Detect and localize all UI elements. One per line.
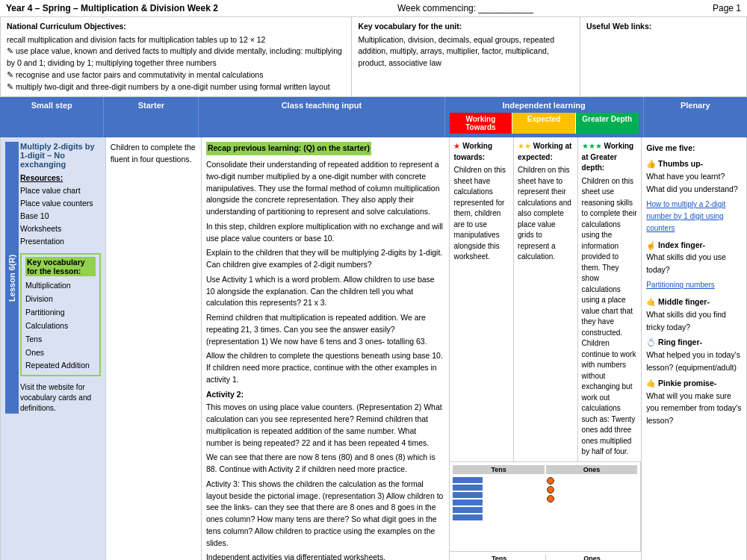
ones-header: Ones	[546, 465, 637, 474]
class-para-7: Allow the children to complete the quest…	[206, 350, 445, 385]
greater-cell: ★★★ Working at Greater depth: Children o…	[578, 137, 642, 461]
middle-text: What skills did you find tricky today?	[646, 310, 726, 332]
class-para-11: Independent activities via differentiate…	[206, 552, 445, 560]
main-content: Lesson 6(R) Multiply 2-digits by 1-digit…	[0, 137, 747, 560]
plenary-link-1[interactable]: How to multiply a 2-digit number by 1 di…	[646, 199, 742, 234]
thumbs-label: Thumbs up-	[658, 159, 703, 168]
plenary-item-5: 🤙 Pinkie promise- What will you make sur…	[646, 377, 742, 427]
ones-circle-2	[547, 486, 554, 494]
visit-text: Visit the website for vocabulary cards a…	[20, 382, 101, 414]
web-links-label: Useful Web links:	[586, 21, 740, 32]
tens-bar-4	[453, 500, 483, 505]
middle-label: Middle finger-	[658, 297, 710, 306]
class-activity2: Activity 2:	[206, 389, 445, 401]
working-text: Children on this sheet have calculations…	[453, 165, 509, 263]
key-vocab-label: Key vocabulary for the lesson:	[25, 257, 96, 276]
vocab-list: MultiplicationDivisionPartitioningCalcul…	[25, 279, 96, 373]
resource-3: Base 10	[20, 210, 101, 223]
tens-ones-content	[453, 477, 637, 520]
header-title: Year 4 – Spring – Multiplication & Divis…	[6, 3, 218, 13]
tens-bar-2	[453, 485, 483, 491]
ring-emoji: 💍	[646, 337, 658, 346]
tens-bar-3	[453, 492, 483, 498]
independent-column: ★ Working towards: Children on this shee…	[450, 137, 642, 560]
class-teaching-column: Recap previous learning: (Q) on the star…	[202, 137, 450, 560]
header-class: Class teaching input	[199, 97, 444, 137]
nc-line-2: ✎ use place value, known and derived fac…	[7, 46, 345, 69]
ring-text: What helped you in today's lesson? (equi…	[646, 350, 740, 372]
tens-column	[453, 477, 543, 520]
class-para-3: Explain to the children that they will b…	[206, 247, 445, 271]
plenary-item-2: ☝️ Index finger- What skills did you use…	[646, 239, 742, 276]
ones-column	[547, 477, 637, 520]
info-row: National Curriculum Objectives: recall m…	[0, 17, 747, 97]
expected-cell: ★★ Working at expected: Children on this…	[514, 137, 578, 461]
header-independent: Independent learning Working Towards Exp…	[445, 97, 644, 137]
working-towards-cell: ★ Working towards: Children on this shee…	[450, 137, 514, 461]
index-label: Index finger-	[658, 240, 705, 249]
pinkie-text: What will you make sure you remember fro…	[646, 391, 741, 426]
expected-text: Children on this sheet have to represent…	[518, 165, 574, 263]
nc-line-1: recall multiplication and division facts…	[7, 34, 345, 46]
lesson-badge: Lesson 6(R)	[5, 142, 19, 414]
starter-column: Children to complete the fluent in four …	[106, 137, 202, 560]
national-curriculum-label: National Curriculum Objectives:	[7, 21, 345, 32]
nc-line-3: ✎ recognise and use factor pairs and com…	[7, 69, 345, 81]
recap-label: Recap previous learning: (Q) on the star…	[206, 142, 371, 155]
middle-emoji: 🤙	[646, 297, 658, 306]
thumbs-emoji: 👍	[646, 159, 658, 168]
key-vocab-box: Key vocabulary for the lesson: Multiplic…	[20, 253, 101, 376]
class-para-10: Activity 3: This shows the children the …	[206, 479, 445, 550]
page-header: Year 4 – Spring – Multiplication & Divis…	[0, 0, 747, 17]
tens-label-r2: Tens	[453, 555, 545, 560]
index-text: What skills did you use today?	[646, 252, 726, 274]
image-row-1: Tens Ones	[450, 462, 641, 552]
key-vocab-cell: Key vocabulary for the unit: Multiplicat…	[352, 17, 580, 96]
tens-bar-1	[453, 477, 483, 483]
header-small-step: Small step	[0, 97, 104, 137]
resource-4: Worksheets	[20, 223, 101, 235]
index-emoji: ☝️	[646, 240, 658, 249]
tens-ones-row2: Tens Ones	[450, 552, 641, 560]
independent-images: Tens Ones	[450, 462, 641, 560]
plenary-item-3: 🤙 Middle finger- What skills did you fin…	[646, 296, 742, 333]
key-vocab-unit-label: Key vocabulary for the unit:	[358, 21, 574, 32]
pinkie-emoji: 🤙	[646, 379, 658, 388]
ring-label: Ring finger-	[658, 337, 702, 346]
class-para-1: Consolidate their understanding of repea…	[206, 159, 445, 218]
independent-top: ★ Working towards: Children on this shee…	[450, 137, 641, 462]
plenary-column: Give me five: 👍 Thumbs up- What have you…	[642, 137, 746, 560]
class-para-2: In this step, children explore multiplic…	[206, 221, 445, 245]
ones-circle-1	[547, 477, 554, 485]
subheader-greater: Greater Depth	[576, 113, 639, 134]
subheader-working: Working Towards	[450, 113, 513, 134]
ones-circle-3	[547, 495, 554, 503]
tens-header: Tens	[453, 465, 544, 474]
small-step-column: Lesson 6(R) Multiply 2-digits by 1-digit…	[1, 137, 106, 560]
thumbs-text: What have you learnt? What did you under…	[646, 172, 738, 193]
tens-bar-5	[453, 507, 483, 513]
column-headers: Small step Starter Class teaching input …	[0, 97, 747, 137]
plenary-link-2[interactable]: Partitioning numbers	[646, 279, 742, 291]
starter-text: Children to complete the fluent in four …	[111, 142, 196, 166]
class-para-5: Remind children that multiplication is r…	[206, 312, 445, 347]
class-para-8: This moves on using place value counters…	[206, 402, 445, 449]
tens-bar-6	[453, 514, 483, 520]
tens-ones-visual: Tens Ones	[450, 462, 641, 551]
small-step-title: Multiply 2-digits by 1-digit – No exchan…	[20, 142, 101, 169]
plenary-title: Give me five:	[646, 142, 742, 155]
plenary-item-1: 👍 Thumbs up- What have you learnt? What …	[646, 158, 742, 195]
page-number: Page 1	[713, 3, 741, 13]
plenary-item-4: 💍 Ring finger- What helped you in today'…	[646, 336, 742, 373]
resources-label: Resources:	[20, 173, 101, 182]
resource-2: Place value counters	[20, 197, 101, 210]
ones-label-r2: Ones	[546, 555, 638, 560]
pinkie-label: Pinkie promise-	[658, 379, 716, 388]
class-para-9: We can see that there are now 8 tens (80…	[206, 452, 445, 476]
national-curriculum-cell: National Curriculum Objectives: recall m…	[1, 17, 352, 96]
key-vocab-unit-text: Multiplication, division, decimals, equa…	[358, 34, 574, 69]
subheader-expected: Expected	[512, 113, 576, 134]
class-para-4: Use Activity 1 which is a word problem. …	[206, 274, 445, 309]
header-starter: Starter	[104, 97, 199, 137]
greater-text: Children on this sheet use reasoning ski…	[582, 176, 638, 458]
